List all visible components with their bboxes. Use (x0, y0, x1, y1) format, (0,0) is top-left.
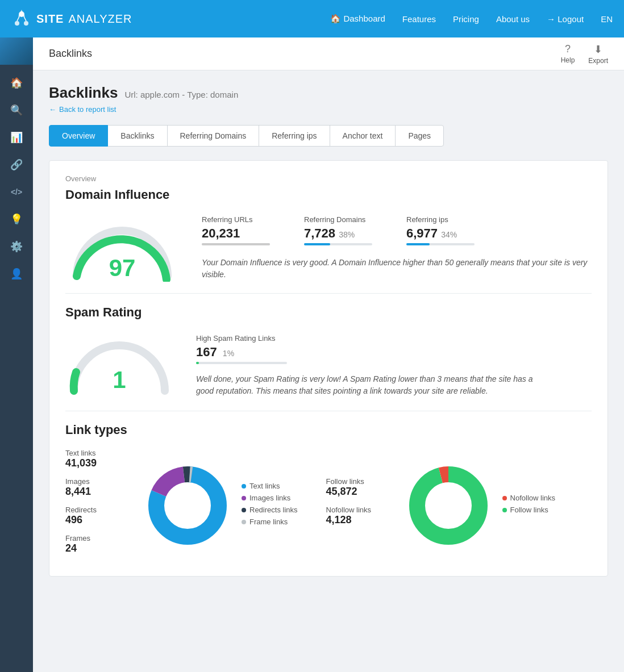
svg-point-2 (15, 21, 19, 26)
sidebar-item-ideas[interactable]: 💡 (0, 207, 33, 232)
legend-dot-redirects (242, 508, 246, 512)
spam-bar-fill (196, 362, 199, 364)
stat-bar-0 (202, 243, 270, 245)
content-header-title: Backlinks (49, 48, 561, 60)
donut2-legend: Nofollow links Follow links (502, 494, 555, 517)
help-icon: ? (565, 43, 571, 55)
logo-analyzer-text: ANALYZER (68, 12, 132, 26)
sidebar-item-analytics[interactable]: 📊 (0, 125, 33, 150)
nav-dashboard[interactable]: 🏠 Dashboard (330, 14, 385, 24)
tab-backlinks[interactable]: Backlinks (107, 125, 167, 147)
sidebar-item-code[interactable]: </> (0, 180, 33, 204)
nav-pricing[interactable]: Pricing (453, 14, 479, 24)
nofollow-value: 4,128 (326, 514, 394, 526)
sidebar-item-settings[interactable]: ⚙️ (0, 234, 33, 259)
follow-label: Follow links (326, 477, 394, 486)
spam-score: 1 (65, 366, 173, 394)
donut1-legend: Text links Images links Redirects links … (242, 482, 298, 529)
back-link[interactable]: ← Back to report list (49, 105, 608, 114)
back-link-label: Back to report list (59, 105, 116, 114)
content-header: Backlinks ? Help ⬇ Export (33, 37, 624, 70)
logo: SITEANALYZER (11, 9, 330, 29)
page-title: Backlinks (49, 84, 118, 102)
link-value-3: 24 (65, 542, 134, 554)
legend-follow: Follow links (502, 506, 555, 514)
stat-label-2: Referring ips (406, 215, 475, 224)
stat-bar-fill-0 (202, 243, 270, 245)
page-title-row: Backlinks Url: apple.com - Type: domain (49, 84, 608, 102)
tab-pages[interactable]: Pages (395, 125, 444, 147)
legend-redirects-links: Redirects links (242, 506, 298, 514)
svg-point-11 (166, 484, 209, 527)
donut2-svg (406, 463, 491, 548)
stat-value-2: 6,977 34% (406, 226, 475, 241)
spam-rating-section: Spam Rating 1 (65, 305, 592, 399)
header-actions: ? Help ⬇ Export (561, 43, 608, 65)
stat-bar-fill-1 (304, 243, 330, 245)
spam-rating-title: Spam Rating (65, 305, 592, 320)
stat-value-0: 20,231 (202, 226, 270, 241)
top-nav: SITEANALYZER 🏠 Dashboard Features Pricin… (0, 0, 624, 37)
tab-referring-ips[interactable]: Referring ips (259, 125, 330, 147)
domain-stats-panel: Referring URLs 20,231 Referring (202, 215, 592, 281)
stat-referring-ips: Referring ips 6,977 34% (406, 215, 475, 245)
link-frames: Frames 24 (65, 534, 134, 554)
sidebar-nav: 🏠 🔍 📊 🔗 </> 💡 ⚙️ 👤 (0, 65, 33, 286)
legend-dot-frames (242, 520, 246, 524)
domain-influence-grid: 97 Referring URLs 20,231 (65, 214, 592, 282)
link-right-stats: Follow links 45,872 Nofollow links 4,128 (326, 477, 394, 534)
sidebar-item-home[interactable]: 🏠 (0, 70, 33, 95)
back-arrow-icon: ← (49, 105, 56, 114)
stat-bar-2 (406, 243, 475, 245)
spam-stat-label: High Spam Rating Links (196, 334, 537, 343)
follow-value: 45,872 (326, 486, 394, 498)
help-button[interactable]: ? Help (561, 43, 575, 64)
stat-label-1: Referring Domains (304, 215, 372, 224)
svg-line-5 (24, 16, 26, 21)
legend-nofollow: Nofollow links (502, 494, 555, 502)
export-button[interactable]: ⬇ Export (588, 43, 608, 65)
nofollow-label: Nofollow links (326, 506, 394, 514)
nav-about[interactable]: About us (496, 14, 530, 24)
sidebar-item-search[interactable]: 🔍 (0, 98, 33, 123)
nav-logout[interactable]: → Logout (547, 14, 584, 24)
page-subtitle: Url: apple.com - Type: domain (124, 90, 238, 99)
help-label: Help (561, 56, 575, 64)
link-text-links: Text links 41,039 (65, 449, 134, 469)
link-label-0: Text links (65, 449, 134, 457)
logo-icon (11, 9, 32, 29)
link-left-stats: Text links 41,039 Images 8,441 Redirects… (65, 449, 134, 562)
svg-point-14 (427, 484, 470, 527)
divider-2 (65, 411, 592, 411)
link-label-1: Images (65, 477, 134, 486)
domain-gauge: 97 (65, 214, 179, 282)
donut1 (145, 463, 230, 548)
link-follow: Follow links 45,872 (326, 477, 394, 498)
overview-label: Overview (65, 174, 592, 183)
donut2-group: Nofollow links Follow links (406, 463, 555, 548)
divider-1 (65, 293, 592, 294)
donut1-group: Text links Images links Redirects links … (145, 463, 298, 548)
legend-dot-text (242, 484, 246, 489)
tab-referring-domains[interactable]: Referring Domains (167, 125, 260, 147)
logo-site-text: SITE (36, 12, 64, 26)
sidebar-item-backlinks[interactable]: 🔗 (0, 152, 33, 177)
stat-bar-fill-2 (406, 243, 430, 245)
spam-bar (196, 362, 287, 364)
domain-influence-desc: Your Domain Influence is very good. A Do… (202, 257, 592, 281)
nav-links: 🏠 Dashboard Features Pricing About us → … (330, 14, 613, 24)
nav-features[interactable]: Features (402, 14, 436, 24)
nav-lang[interactable]: EN (601, 14, 613, 24)
link-nofollow: Nofollow links 4,128 (326, 506, 394, 526)
legend-frame-links: Frame links (242, 517, 298, 526)
tab-anchor-text[interactable]: Anchor text (330, 125, 396, 147)
link-value-2: 496 (65, 514, 134, 526)
content-area: Backlinks ? Help ⬇ Export Backlinks Url:… (33, 37, 624, 672)
spam-stat-value: 167 1% (196, 345, 537, 360)
legend-images-links: Images links (242, 494, 298, 502)
tab-overview[interactable]: Overview (49, 125, 108, 147)
legend-text-links: Text links (242, 482, 298, 490)
legend-dot-nofollow (502, 496, 507, 500)
domain-influence-section: Domain Influence (65, 187, 592, 282)
sidebar-item-user[interactable]: 👤 (0, 261, 33, 286)
